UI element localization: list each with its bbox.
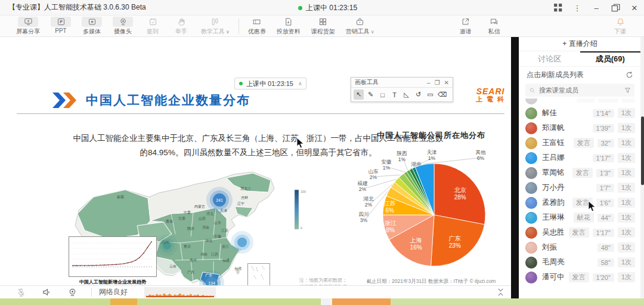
member-row[interactable]: 覃闻铭发言1'3"1次 (525, 165, 635, 180)
toolbar-button-checkin[interactable]: 签到 (144, 17, 162, 36)
member-row[interactable]: 王琳琳献花44"1次 (525, 210, 635, 225)
toolbar-group-end: 下课 (606, 17, 634, 36)
action-badge[interactable]: 献花 (574, 212, 594, 223)
refresh-icon[interactable] (626, 71, 633, 79)
microphone-icon[interactable] (17, 288, 26, 297)
member-row[interactable]: 解佳1'14"1次 (525, 106, 635, 121)
apps-grid-icon[interactable] (553, 3, 563, 13)
webcam-icon (113, 17, 133, 27)
toolbar-button-webcam[interactable]: 摄像头 (113, 17, 133, 36)
toolbar-button-marketing[interactable]: 营销工具∨ (346, 17, 374, 36)
badge-chip (577, 98, 595, 103)
avatar (525, 242, 537, 254)
member-row[interactable]: 毛周亮58"1次 (525, 255, 635, 270)
province-label-宁夏: 宁夏 (184, 210, 191, 215)
collapse-icon[interactable] (496, 288, 505, 297)
toolbar-button-end-class[interactable]: 下课 (611, 17, 629, 36)
member-name: 王吕娜 (542, 153, 589, 163)
pen-tool[interactable]: ✎ (366, 90, 376, 100)
tab-discussion[interactable]: 讨论区 (519, 51, 580, 66)
svg-text:28%: 28% (454, 194, 466, 201)
sidebar-scrollbar-thumb[interactable] (641, 116, 644, 185)
live-intro-header[interactable]: + 直播介绍 (519, 37, 640, 51)
avatar (525, 122, 537, 134)
avatar (525, 98, 537, 104)
screen-share-icon (18, 17, 38, 27)
action-badge[interactable]: 发言 (574, 138, 594, 148)
svg-text:2%: 2% (365, 202, 373, 208)
panel-minimize-icon[interactable]: – (427, 79, 431, 86)
map-bubble-上海 (237, 238, 247, 247)
panel-restore-icon[interactable]: ❐ (435, 79, 440, 86)
action-badge[interactable]: 发言 (569, 227, 589, 238)
toolbar-button-label: 签到 (147, 27, 159, 36)
toolbar-button-label: 摄像头 (114, 27, 132, 36)
slide-canvas[interactable]: 中国人工智能企业数量分布 中国人工智能企业主要集中于北京、广东及长三角（上海、江… (0, 37, 511, 285)
more-icon[interactable]: ⋮ (572, 3, 582, 13)
action-badge[interactable]: 发言 (572, 168, 593, 178)
toolbar-button-invite[interactable]: 邀请 (457, 17, 475, 36)
province-label-江苏: 江苏 (221, 228, 228, 233)
refresh-hint: 点击刷新成员列表 (527, 70, 584, 80)
toolbar-button-shelf[interactable]: 课程货架 (311, 17, 335, 36)
member-row[interactable] (525, 98, 635, 106)
refresh-row[interactable]: 点击刷新成员列表 (519, 67, 640, 82)
minimize-icon[interactable]: – (592, 3, 601, 13)
svg-text:1%: 1% (428, 155, 436, 161)
toolbar-button-screen-share[interactable]: 屏幕分享 (16, 17, 40, 36)
checkin-icon (144, 17, 162, 27)
member-row[interactable]: 万小丹1'7"1次 (525, 180, 635, 195)
close-icon[interactable]: ✕ (630, 3, 639, 13)
restore-icon[interactable] (611, 3, 620, 13)
member-row[interactable]: 郑潇帆1'39"1次 (525, 121, 635, 135)
class-status-pill[interactable]: 上课中 01:23:15 ∧ (234, 78, 306, 90)
member-row[interactable]: 王吕娜1'17"1次 (525, 150, 635, 165)
text-tool[interactable]: T (389, 90, 400, 100)
chevron-down-icon: ∨ (226, 29, 230, 35)
member-row[interactable]: 潘可中发言1'20"1次 (525, 270, 635, 285)
member-row[interactable]: 孟雅韵发言1'6"1次 (525, 195, 635, 210)
search-input[interactable] (538, 86, 625, 94)
filter-icon[interactable] (625, 87, 630, 94)
toolbar-button-dm[interactable]: 私信 (485, 17, 503, 36)
toolbar-button-ppt[interactable]: PPPT (51, 17, 71, 34)
desktop-strip (0, 298, 644, 305)
webcam-icon[interactable] (68, 288, 77, 297)
search-box[interactable] (525, 84, 634, 97)
toolbar-button-coupon[interactable]: 优惠券 (248, 17, 266, 36)
member-name: 王琳琳 (542, 212, 570, 223)
svg-text:广东: 广东 (449, 235, 461, 242)
board-tool[interactable]: ▭ (425, 90, 435, 100)
marketing-icon (351, 17, 369, 27)
tab-members[interactable]: 成员(69) (580, 51, 641, 66)
board-tools-panel[interactable]: 画板工具 – ❐ ✕ ↖✎□T◺↺▭⌫ (351, 77, 453, 102)
toolbar-button-teach-tools[interactable]: 教学工具∨ (201, 17, 230, 36)
network-status: 网络良好 (99, 287, 128, 297)
chevron-up-icon[interactable]: ∧ (298, 81, 302, 87)
speaker-icon[interactable] (42, 288, 51, 297)
toolbar-button-materials[interactable]: 投放资料 (277, 17, 301, 36)
member-row[interactable]: 王富钰发言32"1次 (525, 135, 635, 150)
speak-time-badge: 44" (597, 214, 614, 222)
rect-tool[interactable]: □ (377, 90, 388, 100)
undo-tool[interactable]: ↺ (413, 90, 423, 100)
clear-tool[interactable]: ⌫ (437, 90, 447, 100)
member-row[interactable]: 刘振48"1次 (525, 240, 635, 255)
member-name: 吴忠胜 (542, 227, 565, 238)
panel-close-icon[interactable]: ✕ (444, 79, 449, 86)
toolbar-button-label: 下课 (614, 27, 626, 36)
pill-time: 01:23:15 (268, 80, 293, 87)
search-icon (530, 87, 535, 94)
action-badge[interactable]: 发言 (569, 272, 589, 282)
member-list[interactable]: 解佳1'14"1次郑潇帆1'39"1次王富钰发言32"1次王吕娜1'17"1次覃… (519, 98, 641, 305)
member-row[interactable]: 吴忠胜发言1'17"1次 (525, 225, 635, 240)
bottom-bar: 网络良好 (0, 285, 511, 298)
toolbar-button-label: 优惠券 (248, 27, 266, 36)
eraser-tool[interactable]: ◺ (401, 90, 411, 100)
toolbar-button-raise-hand[interactable]: 举手 (172, 17, 190, 36)
toolbar-button-media[interactable]: 多媒体 (82, 17, 102, 36)
right-sidebar: + 直播介绍 讨论区成员(69) 点击刷新成员列表 解佳1'14"1次郑潇帆1'… (519, 37, 640, 300)
svg-text:1%: 1% (398, 156, 406, 162)
select-tool[interactable]: ↖ (354, 90, 364, 100)
svg-text:江苏: 江苏 (384, 200, 396, 207)
